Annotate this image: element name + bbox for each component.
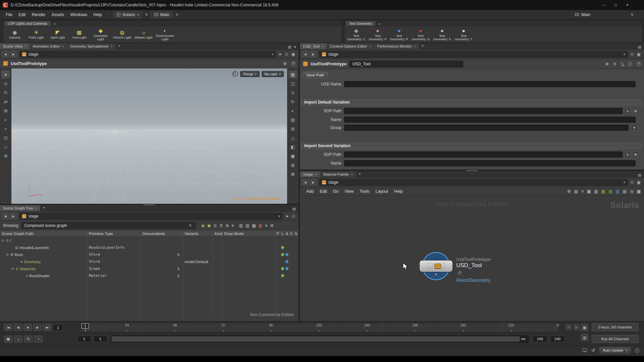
transport-button[interactable]: ▶ [33,324,42,331]
new-pane-tab-button[interactable]: + [419,43,426,49]
active-badge[interactable] [285,274,288,277]
viewport-display-icon[interactable]: ◫ [288,79,297,87]
shelf-add-tab-button[interactable]: + [376,22,383,26]
search-icon[interactable] [621,62,624,65]
node-name-label[interactable]: USD_Tool [456,262,482,269]
range-end-field[interactable]: 240 [550,336,565,342]
viewport-tool-icon[interactable]: ⊞ [1,107,10,115]
group-dropdown-icon[interactable]: ▾ [631,125,637,131]
shelf-tool[interactable]: ● TestGeometry: P [367,27,388,42]
close-tab-icon[interactable]: × [35,206,37,210]
prev-key-icon[interactable]: ◁ [566,324,572,330]
back-icon[interactable]: ◀ [302,51,309,57]
pane-options-icon[interactable]: ▣ [637,52,641,57]
network-toolbar-icon[interactable]: ▦ [637,189,641,194]
viewport-tool-icon[interactable]: ◐ [1,116,10,124]
shelf-tool[interactable]: ● TestGeometry: S [410,27,431,42]
viewport-display-icon[interactable]: ◧ [288,143,297,151]
table-row[interactable]: ⊖ ⊕ Root Xform 5 [0,251,299,258]
filter-icon[interactable]: ◉ [207,223,211,228]
viewport-display-icon[interactable]: ▣ [288,152,297,160]
viewport-canvas[interactable]: Persp ▾ No cam ▾ y x Non-Commercial Edit… [11,68,287,204]
range-start-field[interactable]: 1 [77,336,91,342]
sop-path2-field[interactable] [344,152,623,158]
viewport-display-icon[interactable]: △ [288,134,297,142]
pin-icon[interactable]: ⊙ [631,52,634,57]
network-toolbar-icon[interactable]: ▤ [623,189,627,194]
menu-item[interactable]: Render [29,11,49,18]
back-icon[interactable]: ◀ [302,179,309,185]
loaded-badge[interactable] [281,239,284,242]
pane-tab[interactable]: Scene View × [0,43,30,49]
column-header[interactable]: V [289,232,293,236]
node-chooser-icon[interactable]: ↳ [625,108,631,114]
pin-icon[interactable]: ➤ [279,52,282,57]
shelf-tool[interactable]: ● TestGeometry: T [453,27,474,42]
close-tab-icon[interactable]: × [322,45,324,48]
playhead[interactable]: 1 [82,323,89,328]
usd-name-field[interactable] [344,81,636,87]
viewport-tool-icon[interactable]: ➤ [1,70,10,78]
link-icon[interactable]: ⊙ [292,214,295,219]
pane-tab[interactable]: USD_Tool × [300,43,327,49]
group-field[interactable] [344,125,629,131]
filter-icon[interactable]: ▾ [232,223,234,228]
display-filter-icon[interactable]: ▦ [252,223,256,228]
viewport-display-icon[interactable]: ◐ [288,107,297,115]
display-filter-icon[interactable]: ▤ [246,223,249,228]
table-row[interactable]: ▤ HoudiniLayerInfo HoudiniLayerInfo [0,244,299,251]
view-lock-icon[interactable] [232,71,238,77]
close-tab-icon[interactable]: × [414,45,416,48]
display-filter-icon[interactable]: ▩ [259,223,262,228]
main-menu-combo[interactable]: Main [151,11,173,18]
scene-graph-path-combo[interactable]: stage ▾ [19,213,283,220]
forward-icon[interactable]: ▶ [310,179,317,185]
playback-option-icon[interactable]: ↻ [24,336,33,343]
viewport-tool-icon[interactable]: ↻ [1,88,10,97]
active-badge[interactable] [285,253,288,256]
network-menu-item[interactable]: View [341,188,357,194]
column-header[interactable]: Scene Graph Path [0,232,87,236]
playback-option-icon[interactable]: ▣ [4,336,12,343]
network-canvas[interactable]: Non-Commercial Edition Solaris UsdToolPr… [300,196,644,321]
viewport-display-icon[interactable]: ◍ [288,161,297,169]
shelf-tool[interactable]: ◤ Spot Light [47,27,68,42]
network-toolbar-icon[interactable]: ▤ [601,189,605,194]
pane-tab[interactable]: Context Options Editor × [327,43,375,49]
next-key-icon[interactable]: ▷ [574,324,580,330]
network-toolbar-icon[interactable]: ▥ [594,189,598,194]
node-chooser-icon[interactable]: ↳ [625,152,631,158]
playback-option-icon[interactable]: ◔ [34,336,43,343]
pin-icon[interactable]: ➤ [285,214,289,219]
timeline-ruler[interactable]: 24 48 72 96 120 144 168 192 216 [80,323,559,332]
shelf-tool[interactable]: ◆ TestGeometry: C [346,27,367,42]
new-pane-tab-button[interactable]: + [356,171,363,177]
right-desktop-spinner-icon[interactable]: ⇅ [631,13,634,16]
playback-start-field[interactable]: 1 [93,336,107,342]
frame-range-slider[interactable]: ◀▶ [111,336,529,343]
menu-item[interactable]: Windows [67,11,90,18]
help-icon[interactable]: ? [291,61,296,66]
params-path-combo[interactable]: stage ▾ [319,51,628,58]
viewport-display-icon[interactable]: ↻ [288,98,297,106]
transport-button[interactable]: ■ [23,324,32,331]
desktop-switcher[interactable]: Solaris ▾ [113,11,142,18]
column-header[interactable]: Kind [213,232,222,236]
close-tab-icon[interactable]: × [24,45,26,48]
usd-tool-node[interactable] [419,260,453,272]
shelf-tab-test-geometry[interactable]: Test Geometry [346,21,375,26]
close-tab-icon[interactable]: × [110,45,112,48]
loaded-badge[interactable] [281,260,284,263]
shelf-tool[interactable]: ◉ Camera [4,27,25,42]
scene-view-path-combo[interactable]: stage ▾ [19,51,276,58]
pane-tab[interactable]: /stage × [300,171,320,177]
current-frame-field[interactable]: 1 [53,324,63,331]
network-toolbar-icon[interactable]: ◎ [630,189,633,194]
viewport-display-icon[interactable]: ⊠ [288,170,297,178]
pin-icon[interactable]: ⊙ [631,180,634,185]
dopesheet-icon[interactable]: ▦ [581,324,588,331]
name-field[interactable] [344,117,636,123]
pane-menu-icon[interactable]: ▤ [288,45,291,49]
save-path-button[interactable]: Save Path [303,72,328,78]
transport-button[interactable]: |◀ [4,324,12,331]
